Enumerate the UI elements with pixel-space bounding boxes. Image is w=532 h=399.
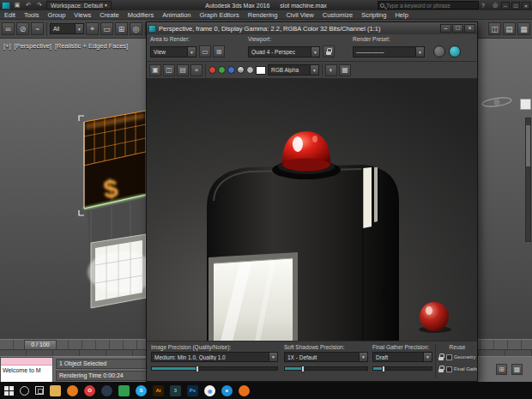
auto-region-icon[interactable]: ⊞ bbox=[213, 45, 225, 57]
bind-to-space-warp-icon[interactable]: ~ bbox=[31, 22, 44, 35]
save-image-icon[interactable]: ▣ bbox=[149, 64, 161, 76]
taskbar-app-steam-icon[interactable] bbox=[101, 385, 112, 396]
taskbar-app-edge-icon[interactable]: e bbox=[221, 385, 233, 396]
lock-viewport-icon[interactable] bbox=[323, 45, 335, 57]
slider-knob[interactable] bbox=[301, 366, 305, 372]
chevron-down-icon[interactable]: ▾ bbox=[75, 24, 83, 33]
blue-channel-icon[interactable] bbox=[227, 66, 235, 74]
rfw-close-button[interactable]: × bbox=[464, 24, 475, 33]
help-search[interactable] bbox=[378, 1, 479, 9]
taskbar-app-excel-icon[interactable] bbox=[118, 385, 130, 396]
menu-item-rendering[interactable]: Rendering bbox=[244, 11, 282, 19]
area-to-render-select[interactable]: View ▾ bbox=[150, 46, 196, 57]
scrollbar-thumb[interactable] bbox=[526, 125, 530, 166]
taskbar-app-skype-icon[interactable]: S bbox=[136, 385, 147, 396]
final-gather-select[interactable]: Draft ▾ bbox=[372, 352, 432, 362]
window-crossing-icon[interactable]: ◎ bbox=[130, 22, 142, 35]
unlink-selection-icon[interactable]: ⊘ bbox=[16, 22, 29, 35]
align-icon[interactable]: ▤ bbox=[503, 22, 516, 35]
quick-save-icon[interactable]: ▣ bbox=[13, 2, 21, 9]
image-precision-slider[interactable] bbox=[151, 366, 278, 371]
notification-icon[interactable]: ◎ bbox=[491, 2, 499, 9]
chevron-down-icon[interactable]: ▾ bbox=[423, 353, 432, 361]
clone-rendered-frame-icon[interactable]: ◫ bbox=[163, 64, 175, 76]
clear-image-icon[interactable]: × bbox=[190, 64, 203, 76]
maxscript-mini-listener[interactable]: Welcome to M bbox=[0, 357, 53, 383]
select-and-link-icon[interactable]: ∞ bbox=[2, 22, 15, 35]
slider-knob[interactable] bbox=[382, 366, 385, 372]
soft-shadows-select[interactable]: 1X - Default ▾ bbox=[284, 352, 368, 362]
color-swatch[interactable] bbox=[256, 66, 266, 75]
render-button[interactable] bbox=[449, 45, 461, 57]
menu-item-create[interactable]: Create bbox=[95, 11, 124, 19]
monochrome-channel-icon[interactable] bbox=[237, 66, 245, 74]
task-view-icon[interactable] bbox=[35, 386, 44, 395]
reuse-final-gather-checkbox[interactable] bbox=[446, 366, 452, 372]
taskbar-app-vlc-icon[interactable] bbox=[67, 385, 78, 396]
menu-item-views[interactable]: Views bbox=[70, 11, 95, 19]
viewport-shading-menu[interactable]: [Realistic + Edged Faces] bbox=[55, 42, 128, 50]
menu-item-tools[interactable]: Tools bbox=[20, 11, 44, 19]
rfw-minimize-button[interactable]: – bbox=[440, 24, 451, 33]
menu-item-animation[interactable]: Animation bbox=[158, 11, 195, 19]
taskbar-app-opera-icon[interactable]: O bbox=[84, 385, 95, 396]
search-input[interactable] bbox=[386, 3, 476, 9]
lock-geometry-icon[interactable] bbox=[438, 354, 444, 360]
lock-final-gather-icon[interactable] bbox=[438, 366, 444, 372]
chevron-down-icon[interactable]: ▾ bbox=[359, 353, 367, 361]
image-precision-select[interactable]: Medium: Min 1.0, Quality 1.0 ▾ bbox=[151, 352, 278, 362]
render-preset-select[interactable]: ————— ▾ bbox=[353, 46, 425, 57]
red-channel-icon[interactable] bbox=[209, 66, 216, 74]
layer-manager-icon[interactable]: ▦ bbox=[517, 22, 530, 35]
channel-display-select[interactable]: RGB Alpha ▾ bbox=[268, 64, 319, 76]
mirror-icon[interactable]: ◫ bbox=[488, 22, 501, 35]
chevron-down-icon[interactable]: ▾ bbox=[310, 65, 318, 75]
alpha-channel-icon[interactable] bbox=[246, 66, 254, 74]
start-button[interactable] bbox=[4, 386, 14, 396]
chevron-down-icon[interactable]: ▾ bbox=[187, 47, 196, 57]
channel-layers-icon[interactable]: ▦ bbox=[339, 64, 351, 76]
rfw-maximize-button[interactable]: □ bbox=[452, 24, 463, 33]
macro-recorder-field[interactable] bbox=[1, 358, 52, 366]
menu-item-scripting[interactable]: Scripting bbox=[357, 11, 390, 19]
workspace-selector[interactable]: Workspace: Default ▾ bbox=[46, 1, 112, 9]
final-gather-slider[interactable] bbox=[372, 366, 432, 371]
print-image-icon[interactable]: ▤ bbox=[177, 64, 189, 76]
select-object-icon[interactable]: ⌖ bbox=[86, 22, 99, 35]
edit-region-icon[interactable]: ▭ bbox=[199, 45, 211, 57]
app-maximize-button[interactable]: □ bbox=[511, 2, 520, 9]
chevron-down-icon[interactable]: ▾ bbox=[311, 47, 319, 57]
taskbar-app-illustrator-icon[interactable]: Ai bbox=[153, 385, 164, 396]
help-icon[interactable]: ? bbox=[479, 2, 487, 9]
chevron-down-icon[interactable]: ▾ bbox=[269, 353, 277, 361]
menu-item-group[interactable]: Group bbox=[43, 11, 70, 19]
app-minimize-button[interactable]: – bbox=[501, 2, 510, 9]
render-setup-icon[interactable] bbox=[433, 45, 445, 57]
taskbar-app-firefox-icon[interactable] bbox=[239, 385, 250, 396]
taskbar-app-file-explorer-icon[interactable] bbox=[50, 385, 61, 396]
redo-icon[interactable]: ↷ bbox=[35, 2, 44, 9]
viewport-general-menu[interactable]: [+] bbox=[3, 42, 11, 50]
rfw-titlebar[interactable]: Perspective, frame 0, Display Gamma: 2.2… bbox=[147, 22, 477, 34]
slider-knob[interactable] bbox=[196, 366, 199, 372]
green-channel-icon[interactable] bbox=[218, 66, 226, 74]
rendered-image[interactable] bbox=[147, 79, 477, 342]
menu-item-modifiers[interactable]: Modifiers bbox=[124, 11, 158, 19]
isolate-selection-icon[interactable]: ⊞ bbox=[496, 364, 507, 375]
menu-item-help[interactable]: Help bbox=[390, 11, 412, 19]
menu-item-graph-editors[interactable]: Graph Editors bbox=[196, 11, 244, 19]
selection-region-icon[interactable]: ⊞ bbox=[115, 22, 128, 35]
selection-filter-select[interactable]: All ▾ bbox=[50, 23, 84, 34]
perspective-viewport-canvas[interactable]: $ bbox=[0, 39, 146, 339]
chevron-down-icon[interactable]: ▾ bbox=[415, 47, 424, 57]
menu-item-edit[interactable]: Edit bbox=[0, 11, 20, 19]
grid-toggle-icon[interactable]: ▦ bbox=[511, 364, 523, 375]
taskbar-app-photoshop-icon[interactable]: Ps bbox=[187, 385, 198, 396]
soft-shadows-slider[interactable] bbox=[284, 366, 368, 371]
viewport-pov-menu[interactable]: [Perspective] bbox=[15, 42, 51, 50]
taskbar-search-icon[interactable] bbox=[20, 386, 29, 396]
command-panel-scrollbar[interactable] bbox=[525, 118, 531, 242]
max-logo-icon[interactable] bbox=[2, 2, 10, 9]
app-close-button[interactable]: × bbox=[522, 2, 530, 9]
menu-item-civil-view[interactable]: Civil View bbox=[281, 11, 317, 19]
